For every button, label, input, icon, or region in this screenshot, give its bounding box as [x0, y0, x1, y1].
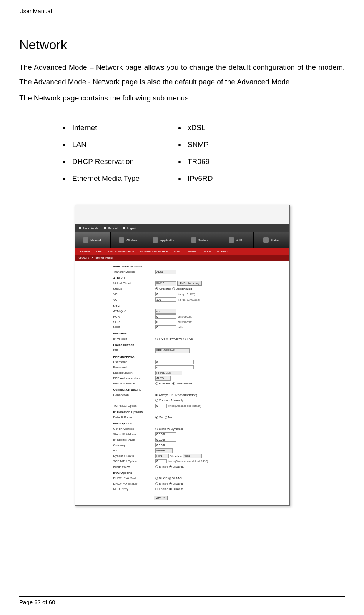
mld-enable-radio[interactable] — [155, 488, 158, 490]
subtab-ipv6rd[interactable]: IPv6RD — [217, 250, 228, 253]
submenu-item: SNMP — [185, 140, 292, 149]
subtab-xdsl[interactable]: xDSL — [174, 250, 181, 253]
label-scr: SCR — [113, 320, 154, 324]
default-route-yes-radio[interactable] — [155, 416, 158, 419]
label-connection: Connection — [113, 393, 154, 397]
ipv4-radio[interactable] — [155, 338, 158, 340]
label-static-ip: Static IP Address — [113, 433, 154, 436]
network-icon — [83, 237, 88, 243]
slaac-radio[interactable] — [168, 477, 171, 480]
always-on-radio[interactable] — [155, 394, 158, 396]
label-mld-proxy: MLD Proxy — [113, 487, 154, 491]
section-ipv4-ipv6: IPv4/IPv6 — [113, 332, 286, 335]
page-footer-prefix: Page — [19, 599, 34, 605]
pcr-input[interactable] — [155, 314, 176, 319]
bridge-deactivated-radio[interactable] — [172, 382, 175, 385]
page-footer-of: of 60 — [41, 599, 55, 605]
vpi-input[interactable] — [155, 292, 176, 296]
subtab-snmp[interactable]: SNMP — [187, 250, 196, 253]
submenu-item: LAN — [70, 140, 177, 149]
get-ip-dynamic-radio[interactable] — [167, 428, 170, 430]
tab-voip[interactable]: VoIP — [218, 232, 254, 248]
apply-button[interactable]: APPLY — [154, 496, 168, 500]
section-pppoe: PPPoE/PPPoA — [113, 355, 286, 358]
section-encapsulation: Encapsulation — [113, 343, 286, 347]
ipv6-radio[interactable] — [183, 338, 186, 340]
get-ip-static-radio[interactable] — [155, 428, 158, 430]
bridge-activated-radio[interactable] — [155, 382, 158, 385]
basic-mode-link[interactable]: Basic Mode — [79, 227, 99, 230]
pvc-select[interactable]: PVC 0 — [155, 281, 176, 286]
scr-input[interactable] — [155, 320, 176, 324]
dhcp-radio[interactable] — [155, 477, 158, 480]
label-ip-version: IP Version — [113, 337, 154, 341]
label-default-route: Default Route — [113, 416, 154, 419]
igmp-disabled-radio[interactable] — [169, 465, 172, 468]
section-wan-transfer: WAN Transfer Mode — [113, 265, 286, 268]
intro-paragraph-1: The Advanced Mode – Network page allows … — [19, 60, 345, 89]
status-activated-radio[interactable] — [155, 287, 158, 290]
nat-select[interactable]: Enable — [155, 448, 173, 453]
tcp-mss-input[interactable] — [155, 404, 167, 408]
isp-select[interactable]: PPPoA/PPPoE — [155, 348, 190, 353]
submenu-item: Ethernet Media Type — [70, 174, 177, 183]
tab-wireless[interactable]: Wireless — [111, 232, 146, 248]
router-logo-area — [75, 205, 289, 224]
status-deactivated-radio[interactable] — [172, 287, 175, 290]
subnet-input[interactable] — [155, 438, 176, 442]
subtab-tr069[interactable]: TR069 — [202, 250, 211, 253]
dhcp-pd-enable-radio[interactable] — [155, 482, 158, 485]
label-pcr: PCR — [113, 315, 154, 318]
tab-network[interactable]: Network — [75, 232, 111, 248]
igmp-enable-radio[interactable] — [155, 465, 158, 468]
dynamic-route-select[interactable]: RIP1 — [155, 454, 169, 458]
label-nat: NAT — [113, 449, 154, 452]
encapsulation-select[interactable]: PPPoE LLC — [155, 371, 182, 375]
atm-qos-select[interactable]: ubr — [155, 309, 176, 314]
gateway-input[interactable] — [155, 443, 176, 447]
submenu-item: TR069 — [185, 157, 292, 166]
tab-system[interactable]: System — [182, 232, 218, 248]
subtab-internet[interactable]: Internet — [80, 250, 91, 253]
label-status: Status — [113, 287, 154, 291]
logout-link[interactable]: Logout — [123, 227, 136, 230]
subtab-lan[interactable]: LAN — [96, 250, 103, 253]
password-input[interactable] — [155, 365, 194, 369]
tab-status[interactable]: Status — [254, 232, 289, 248]
label-igmp-proxy: IGMP Proxy — [113, 465, 154, 468]
tab-application[interactable]: Application — [146, 232, 182, 248]
label-tcp-mtu: TCP MTU Option — [113, 460, 154, 463]
mbs-input[interactable] — [155, 325, 176, 329]
mld-disable-radio[interactable] — [169, 488, 172, 490]
pvcs-summary-button[interactable]: PVCs Summary — [177, 281, 202, 286]
label-atm-qos: ATM QoS — [113, 309, 154, 313]
page-header: User Manual — [19, 8, 345, 16]
label-dynamic-route: Dynamic Route — [113, 454, 154, 458]
connect-manually-radio[interactable] — [155, 399, 158, 402]
static-ip-input[interactable] — [155, 432, 176, 436]
label-bridge-interface: Bridge Interface — [113, 382, 154, 385]
tcp-mtu-input[interactable] — [155, 459, 167, 463]
username-input[interactable] — [155, 360, 194, 364]
transfer-modes-select[interactable]: ADSL — [155, 270, 176, 274]
router-screenshot: Basic Mode Reboot Logout Network Wireles… — [75, 205, 290, 506]
vci-input[interactable] — [155, 297, 176, 302]
label-gateway: Gateway — [113, 443, 154, 447]
subtab-dhcp-reservation[interactable]: DHCP Reservation — [108, 250, 134, 253]
document-title: User Manual — [19, 8, 345, 14]
intro-paragraph-2: The Network page contains the following … — [19, 91, 345, 105]
subtab-ethernet-media[interactable]: Ethernet Media Type — [140, 250, 168, 253]
wireless-icon — [119, 237, 124, 243]
ppp-auth-select[interactable]: AUTO — [155, 376, 171, 381]
default-route-no-radio[interactable] — [165, 416, 167, 419]
ipv4-ipv6-radio[interactable] — [166, 338, 168, 340]
square-icon — [104, 227, 106, 229]
section-ip-common: IP Common Options — [113, 410, 286, 414]
label-encapsulation: Encapsulation — [113, 371, 154, 374]
reboot-link[interactable]: Reboot — [104, 227, 118, 230]
dhcp-pd-disable-radio[interactable] — [169, 482, 172, 485]
label-isp: ISP — [113, 349, 154, 352]
page-footer: Page 32 of 60 — [19, 596, 345, 605]
square-icon — [79, 227, 81, 229]
direction-select[interactable]: None — [183, 454, 202, 458]
